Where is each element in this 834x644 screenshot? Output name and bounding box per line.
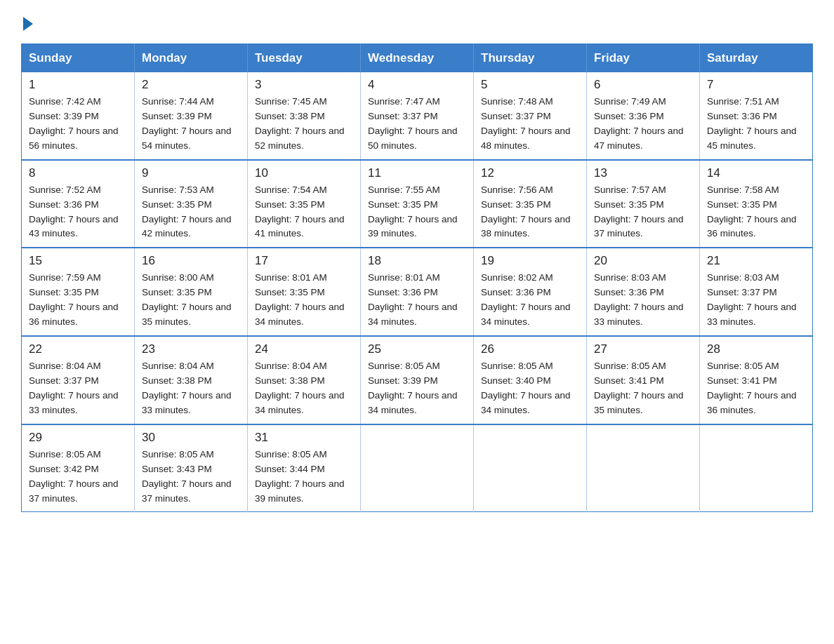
day-number: 15 xyxy=(29,254,127,268)
day-cell-14: 14 Sunrise: 7:58 AM Sunset: 3:35 PM Dayl… xyxy=(700,160,813,248)
day-number: 29 xyxy=(29,431,127,445)
day-cell-9: 9 Sunrise: 7:53 AM Sunset: 3:35 PM Dayli… xyxy=(135,160,248,248)
day-info: Sunrise: 8:05 AM Sunset: 3:41 PM Dayligh… xyxy=(707,359,805,418)
day-info: Sunrise: 7:52 AM Sunset: 3:36 PM Dayligh… xyxy=(29,183,127,242)
day-number: 1 xyxy=(29,78,127,92)
day-info: Sunrise: 8:05 AM Sunset: 3:43 PM Dayligh… xyxy=(142,448,240,507)
week-row-3: 15 Sunrise: 7:59 AM Sunset: 3:35 PM Dayl… xyxy=(22,248,813,336)
day-info: Sunrise: 8:05 AM Sunset: 3:39 PM Dayligh… xyxy=(368,359,466,418)
day-cell-13: 13 Sunrise: 7:57 AM Sunset: 3:35 PM Dayl… xyxy=(587,160,700,248)
day-info: Sunrise: 7:53 AM Sunset: 3:35 PM Dayligh… xyxy=(142,183,240,242)
week-row-4: 22 Sunrise: 8:04 AM Sunset: 3:37 PM Dayl… xyxy=(22,336,813,424)
day-cell-19: 19 Sunrise: 8:02 AM Sunset: 3:36 PM Dayl… xyxy=(474,248,587,336)
day-number: 28 xyxy=(707,342,805,356)
empty-cell xyxy=(700,424,813,512)
day-number: 26 xyxy=(481,342,579,356)
day-number: 22 xyxy=(29,342,127,356)
day-info: Sunrise: 7:45 AM Sunset: 3:38 PM Dayligh… xyxy=(255,95,353,154)
day-number: 21 xyxy=(707,254,805,268)
day-cell-17: 17 Sunrise: 8:01 AM Sunset: 3:35 PM Dayl… xyxy=(248,248,361,336)
day-info: Sunrise: 8:05 AM Sunset: 3:42 PM Dayligh… xyxy=(29,448,127,507)
day-info: Sunrise: 8:04 AM Sunset: 3:37 PM Dayligh… xyxy=(29,359,127,418)
day-info: Sunrise: 8:00 AM Sunset: 3:35 PM Dayligh… xyxy=(142,271,240,330)
day-number: 13 xyxy=(594,166,692,180)
day-info: Sunrise: 8:05 AM Sunset: 3:41 PM Dayligh… xyxy=(594,359,692,418)
day-cell-8: 8 Sunrise: 7:52 AM Sunset: 3:36 PM Dayli… xyxy=(22,160,135,248)
weekday-header-sunday: Sunday xyxy=(22,44,135,73)
weekday-header-thursday: Thursday xyxy=(474,44,587,73)
day-info: Sunrise: 7:58 AM Sunset: 3:35 PM Dayligh… xyxy=(707,183,805,242)
day-number: 31 xyxy=(255,431,353,445)
day-info: Sunrise: 7:55 AM Sunset: 3:35 PM Dayligh… xyxy=(368,183,466,242)
day-info: Sunrise: 8:03 AM Sunset: 3:37 PM Dayligh… xyxy=(707,271,805,330)
weekday-header-friday: Friday xyxy=(587,44,700,73)
day-cell-30: 30 Sunrise: 8:05 AM Sunset: 3:43 PM Dayl… xyxy=(135,424,248,512)
day-number: 24 xyxy=(255,342,353,356)
day-cell-29: 29 Sunrise: 8:05 AM Sunset: 3:42 PM Dayl… xyxy=(22,424,135,512)
day-cell-11: 11 Sunrise: 7:55 AM Sunset: 3:35 PM Dayl… xyxy=(361,160,474,248)
day-number: 19 xyxy=(481,254,579,268)
empty-cell xyxy=(587,424,700,512)
day-info: Sunrise: 7:47 AM Sunset: 3:37 PM Dayligh… xyxy=(368,95,466,154)
empty-cell xyxy=(361,424,474,512)
day-number: 7 xyxy=(707,78,805,92)
day-number: 23 xyxy=(142,342,240,356)
day-number: 16 xyxy=(142,254,240,268)
day-info: Sunrise: 8:05 AM Sunset: 3:44 PM Dayligh… xyxy=(255,448,353,507)
day-info: Sunrise: 7:44 AM Sunset: 3:39 PM Dayligh… xyxy=(142,95,240,154)
day-cell-22: 22 Sunrise: 8:04 AM Sunset: 3:37 PM Dayl… xyxy=(22,336,135,424)
calendar-table: SundayMondayTuesdayWednesdayThursdayFrid… xyxy=(21,43,813,512)
day-cell-21: 21 Sunrise: 8:03 AM Sunset: 3:37 PM Dayl… xyxy=(700,248,813,336)
day-number: 30 xyxy=(142,431,240,445)
empty-cell xyxy=(474,424,587,512)
logo-arrow-icon xyxy=(23,17,33,31)
day-cell-27: 27 Sunrise: 8:05 AM Sunset: 3:41 PM Dayl… xyxy=(587,336,700,424)
day-number: 14 xyxy=(707,166,805,180)
day-info: Sunrise: 7:57 AM Sunset: 3:35 PM Dayligh… xyxy=(594,183,692,242)
day-number: 12 xyxy=(481,166,579,180)
day-cell-12: 12 Sunrise: 7:56 AM Sunset: 3:35 PM Dayl… xyxy=(474,160,587,248)
day-info: Sunrise: 7:48 AM Sunset: 3:37 PM Dayligh… xyxy=(481,95,579,154)
day-cell-4: 4 Sunrise: 7:47 AM Sunset: 3:37 PM Dayli… xyxy=(361,72,474,160)
week-row-2: 8 Sunrise: 7:52 AM Sunset: 3:36 PM Dayli… xyxy=(22,160,813,248)
day-cell-23: 23 Sunrise: 8:04 AM Sunset: 3:38 PM Dayl… xyxy=(135,336,248,424)
weekday-header-tuesday: Tuesday xyxy=(248,44,361,73)
weekday-header-row: SundayMondayTuesdayWednesdayThursdayFrid… xyxy=(22,44,813,73)
day-cell-15: 15 Sunrise: 7:59 AM Sunset: 3:35 PM Dayl… xyxy=(22,248,135,336)
day-number: 6 xyxy=(594,78,692,92)
day-number: 3 xyxy=(255,78,353,92)
day-info: Sunrise: 7:56 AM Sunset: 3:35 PM Dayligh… xyxy=(481,183,579,242)
day-cell-31: 31 Sunrise: 8:05 AM Sunset: 3:44 PM Dayl… xyxy=(248,424,361,512)
day-cell-28: 28 Sunrise: 8:05 AM Sunset: 3:41 PM Dayl… xyxy=(700,336,813,424)
day-cell-16: 16 Sunrise: 8:00 AM Sunset: 3:35 PM Dayl… xyxy=(135,248,248,336)
day-info: Sunrise: 8:04 AM Sunset: 3:38 PM Dayligh… xyxy=(255,359,353,418)
day-info: Sunrise: 7:42 AM Sunset: 3:39 PM Dayligh… xyxy=(29,95,127,154)
day-info: Sunrise: 8:05 AM Sunset: 3:40 PM Dayligh… xyxy=(481,359,579,418)
weekday-header-wednesday: Wednesday xyxy=(361,44,474,73)
day-info: Sunrise: 7:59 AM Sunset: 3:35 PM Dayligh… xyxy=(29,271,127,330)
day-number: 20 xyxy=(594,254,692,268)
day-cell-24: 24 Sunrise: 8:04 AM Sunset: 3:38 PM Dayl… xyxy=(248,336,361,424)
day-cell-25: 25 Sunrise: 8:05 AM Sunset: 3:39 PM Dayl… xyxy=(361,336,474,424)
day-cell-18: 18 Sunrise: 8:01 AM Sunset: 3:36 PM Dayl… xyxy=(361,248,474,336)
page-header xyxy=(21,14,813,31)
day-cell-20: 20 Sunrise: 8:03 AM Sunset: 3:36 PM Dayl… xyxy=(587,248,700,336)
day-number: 9 xyxy=(142,166,240,180)
logo xyxy=(21,14,33,31)
day-cell-2: 2 Sunrise: 7:44 AM Sunset: 3:39 PM Dayli… xyxy=(135,72,248,160)
day-cell-7: 7 Sunrise: 7:51 AM Sunset: 3:36 PM Dayli… xyxy=(700,72,813,160)
day-cell-1: 1 Sunrise: 7:42 AM Sunset: 3:39 PM Dayli… xyxy=(22,72,135,160)
day-cell-10: 10 Sunrise: 7:54 AM Sunset: 3:35 PM Dayl… xyxy=(248,160,361,248)
week-row-5: 29 Sunrise: 8:05 AM Sunset: 3:42 PM Dayl… xyxy=(22,424,813,512)
day-number: 4 xyxy=(368,78,466,92)
day-info: Sunrise: 8:01 AM Sunset: 3:36 PM Dayligh… xyxy=(368,271,466,330)
day-cell-3: 3 Sunrise: 7:45 AM Sunset: 3:38 PM Dayli… xyxy=(248,72,361,160)
day-number: 5 xyxy=(481,78,579,92)
day-cell-26: 26 Sunrise: 8:05 AM Sunset: 3:40 PM Dayl… xyxy=(474,336,587,424)
weekday-header-saturday: Saturday xyxy=(700,44,813,73)
day-number: 10 xyxy=(255,166,353,180)
day-cell-5: 5 Sunrise: 7:48 AM Sunset: 3:37 PM Dayli… xyxy=(474,72,587,160)
day-info: Sunrise: 8:01 AM Sunset: 3:35 PM Dayligh… xyxy=(255,271,353,330)
day-info: Sunrise: 7:49 AM Sunset: 3:36 PM Dayligh… xyxy=(594,95,692,154)
weekday-header-monday: Monday xyxy=(135,44,248,73)
